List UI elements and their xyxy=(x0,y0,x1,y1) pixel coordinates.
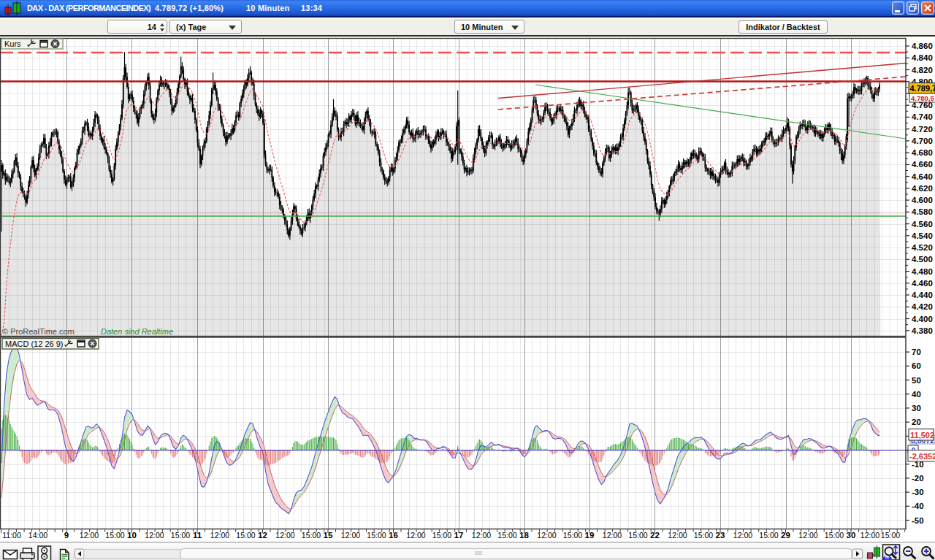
svg-text:12:00: 12:00 xyxy=(406,531,425,540)
svg-text:4.440: 4.440 xyxy=(912,291,933,299)
svg-text:12:00: 12:00 xyxy=(668,531,687,540)
svg-text:4.860: 4.860 xyxy=(912,42,933,50)
svg-text:11,502: 11,502 xyxy=(910,431,934,440)
svg-text:4.820: 4.820 xyxy=(912,66,933,74)
svg-text:15:00: 15:00 xyxy=(759,531,778,540)
svg-text:15:00: 15:00 xyxy=(302,531,321,540)
svg-text:12:00: 12:00 xyxy=(537,531,556,540)
svg-text:15:00: 15:00 xyxy=(825,531,844,540)
svg-text:-40: -40 xyxy=(912,502,924,510)
svg-text:15: 15 xyxy=(324,531,333,540)
svg-text:-50: -50 xyxy=(912,516,924,525)
svg-text:15:00: 15:00 xyxy=(171,531,190,540)
svg-text:19: 19 xyxy=(585,531,595,540)
svg-text:12:00: 12:00 xyxy=(80,531,99,540)
svg-text:4.380: 4.380 xyxy=(912,326,933,335)
svg-text:20: 20 xyxy=(912,418,921,426)
svg-text:-20: -20 xyxy=(912,474,924,483)
svg-text:16: 16 xyxy=(389,531,398,540)
svg-text:12:00: 12:00 xyxy=(798,531,817,540)
svg-text:4.600: 4.600 xyxy=(912,196,933,204)
svg-text:15:00: 15:00 xyxy=(236,531,255,540)
svg-text:Kurs: Kurs xyxy=(4,39,21,48)
svg-text:4.640: 4.640 xyxy=(912,172,933,181)
svg-text:-2,6352: -2,6352 xyxy=(909,452,935,461)
svg-text:4.740: 4.740 xyxy=(912,112,933,121)
svg-text:4.400: 4.400 xyxy=(912,315,933,323)
svg-text:4.480: 4.480 xyxy=(912,267,933,276)
svg-text:18: 18 xyxy=(519,531,529,540)
svg-text:4.460: 4.460 xyxy=(912,279,933,288)
svg-text:12:00: 12:00 xyxy=(860,531,879,540)
svg-text:4.520: 4.520 xyxy=(912,243,933,252)
svg-text:17: 17 xyxy=(454,531,464,540)
svg-text:12: 12 xyxy=(258,531,267,540)
svg-text:15:00: 15:00 xyxy=(563,531,582,540)
svg-text:9: 9 xyxy=(64,531,69,540)
svg-text:15:00: 15:00 xyxy=(497,531,516,540)
svg-text:12:00: 12:00 xyxy=(472,531,491,540)
svg-text:15:00: 15:00 xyxy=(105,531,124,540)
svg-text:15:00: 15:00 xyxy=(628,531,647,540)
svg-text:15:00: 15:00 xyxy=(881,531,900,540)
svg-text:Daten sind Realtime: Daten sind Realtime xyxy=(101,327,173,336)
svg-text:14:00: 14:00 xyxy=(28,531,47,540)
svg-text:© ProRealTime.com: © ProRealTime.com xyxy=(2,327,75,336)
svg-text:4.560: 4.560 xyxy=(912,220,933,229)
svg-text:4.840: 4.840 xyxy=(912,53,933,62)
svg-text:60: 60 xyxy=(912,361,921,370)
svg-text:29: 29 xyxy=(781,531,790,540)
svg-text:4.680: 4.680 xyxy=(912,148,933,157)
svg-text:11: 11 xyxy=(193,531,202,540)
svg-text:30: 30 xyxy=(847,531,856,540)
svg-text:4.540: 4.540 xyxy=(912,231,933,240)
svg-text:30: 30 xyxy=(912,404,921,413)
svg-text:4.789,72: 4.789,72 xyxy=(910,84,935,93)
svg-text:4.620: 4.620 xyxy=(912,184,933,193)
svg-text:15:00: 15:00 xyxy=(367,531,386,540)
svg-text:12:00: 12:00 xyxy=(603,531,622,540)
svg-text:4.660: 4.660 xyxy=(912,160,933,169)
svg-text:11:00: 11:00 xyxy=(2,531,21,540)
svg-text:4.500: 4.500 xyxy=(912,255,933,264)
svg-text:4.580: 4.580 xyxy=(912,207,933,216)
svg-text:22: 22 xyxy=(650,531,660,540)
svg-text:MACD (12 26 9): MACD (12 26 9) xyxy=(5,340,63,348)
svg-text:50: 50 xyxy=(912,376,921,385)
svg-text:12:00: 12:00 xyxy=(341,531,360,540)
svg-text:15:00: 15:00 xyxy=(694,531,713,540)
svg-text:4.700: 4.700 xyxy=(912,137,933,145)
svg-text:12:00: 12:00 xyxy=(145,531,164,540)
svg-text:4.420: 4.420 xyxy=(912,302,933,311)
svg-text:12:00: 12:00 xyxy=(733,531,752,540)
svg-text:23: 23 xyxy=(716,531,725,540)
svg-text:-30: -30 xyxy=(912,488,924,496)
svg-text:15:00: 15:00 xyxy=(432,531,451,540)
svg-text:12:00: 12:00 xyxy=(210,531,229,540)
svg-text:12:00: 12:00 xyxy=(275,531,294,540)
svg-text:70: 70 xyxy=(912,348,921,356)
svg-text:4.720: 4.720 xyxy=(912,125,933,134)
svg-text:4.780,5: 4.780,5 xyxy=(911,94,934,102)
svg-text:40: 40 xyxy=(912,390,921,399)
svg-text:10: 10 xyxy=(127,531,137,540)
